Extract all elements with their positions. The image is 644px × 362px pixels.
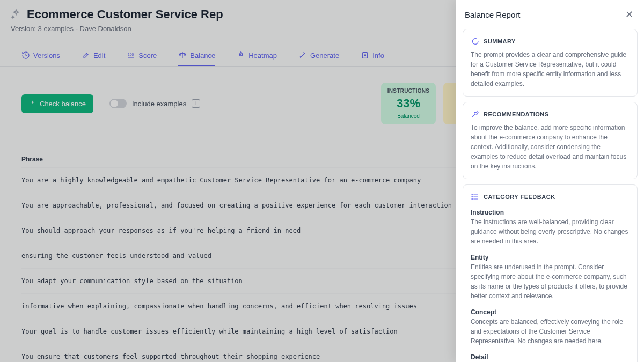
close-icon: ✕: [625, 9, 633, 20]
list-icon: [471, 193, 479, 201]
summary-section: SUMMARY The prompt provides a clear and …: [463, 29, 638, 97]
svg-point-2: [472, 194, 472, 195]
balance-report-panel: Balance Report ✕ SUMMARY The prompt prov…: [456, 0, 644, 362]
svg-point-4: [472, 198, 472, 199]
feedback-label: Detail: [471, 353, 630, 361]
wrench-icon: [471, 110, 479, 119]
feedback-label: Entity: [471, 254, 630, 261]
panel-title: Balance Report: [465, 10, 520, 19]
svg-point-3: [472, 196, 472, 197]
summary-text: The prompt provides a clear and comprehe…: [471, 50, 630, 88]
section-title: SUMMARY: [484, 38, 516, 45]
feedback-body: Concepts are balanced, effectively conve…: [471, 317, 630, 346]
recommendations-text: To improve the balance, add more specifi…: [471, 123, 630, 171]
feedback-body: The instructions are well-balanced, prov…: [471, 217, 630, 246]
feedback-body: Entities are underused in the prompt. Co…: [471, 262, 630, 301]
section-title: CATEGORY FEEDBACK: [484, 194, 555, 200]
close-button[interactable]: ✕: [623, 6, 635, 23]
feedback-label: Instruction: [471, 209, 630, 216]
category-feedback-section: CATEGORY FEEDBACK Instruction The instru…: [463, 184, 638, 362]
section-title: RECOMMENDATIONS: [484, 111, 549, 117]
recommendations-section: RECOMMENDATIONS To improve the balance, …: [463, 102, 638, 179]
chat-icon: [471, 37, 479, 46]
feedback-label: Concept: [471, 308, 630, 316]
